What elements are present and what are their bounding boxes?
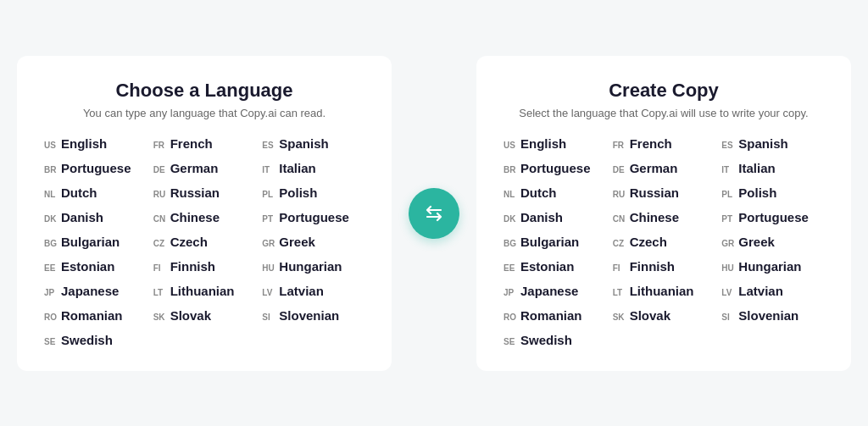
- left-lang-item[interactable]: ES Spanish: [262, 136, 364, 151]
- right-lang-item[interactable]: LV Latvian: [721, 284, 824, 298]
- left-lang-item[interactable]: DK Danish: [44, 210, 147, 224]
- lang-code: FR: [613, 141, 626, 150]
- left-lang-item[interactable]: HU Hungarian: [262, 259, 364, 274]
- lang-code: LV: [721, 288, 735, 297]
- left-lang-item[interactable]: BR Portuguese: [44, 161, 147, 175]
- right-lang-item[interactable]: JP Japanese: [504, 284, 606, 298]
- lang-code: DK: [504, 214, 517, 224]
- right-lang-item[interactable]: PL Polish: [721, 185, 824, 200]
- lang-code: BG: [44, 239, 58, 248]
- lang-code: GR: [721, 239, 735, 248]
- lang-name: Russian: [170, 185, 220, 200]
- left-lang-item[interactable]: RO Romanian: [44, 308, 147, 323]
- right-lang-item[interactable]: FI Finnish: [613, 259, 715, 274]
- right-lang-item[interactable]: SI Slovenian: [721, 308, 824, 323]
- right-lang-item[interactable]: GR Greek: [721, 235, 824, 249]
- right-lang-item[interactable]: US English: [504, 136, 606, 151]
- left-panel-subtitle: You can type any language that Copy.ai c…: [44, 107, 364, 119]
- left-panel: Choose a Language You can type any langu…: [17, 56, 392, 371]
- lang-name: Danish: [520, 210, 563, 224]
- lang-code: RU: [153, 190, 167, 199]
- left-lang-item[interactable]: SK Slovak: [153, 308, 256, 323]
- left-lang-item[interactable]: SI Slovenian: [262, 308, 364, 323]
- right-lang-item[interactable]: BG Bulgarian: [504, 235, 606, 249]
- lang-name: Slovak: [170, 308, 211, 323]
- lang-code: BR: [44, 165, 58, 174]
- right-lang-item[interactable]: PT Portuguese: [721, 210, 824, 224]
- lang-code: RO: [44, 313, 58, 322]
- lang-name: Dutch: [520, 185, 557, 200]
- lang-name: Polish: [279, 185, 317, 200]
- lang-name: Finnish: [170, 259, 215, 274]
- left-lang-item[interactable]: PL Polish: [262, 185, 364, 200]
- lang-name: Portuguese: [738, 210, 809, 224]
- lang-name: Russian: [630, 185, 679, 200]
- right-lang-item[interactable]: SK Slovak: [613, 308, 715, 323]
- left-lang-item[interactable]: NL Dutch: [44, 185, 147, 200]
- right-lang-item[interactable]: DE German: [613, 161, 715, 175]
- left-lang-item[interactable]: FR French: [153, 136, 256, 151]
- lang-name: Portuguese: [279, 210, 349, 224]
- left-lang-item[interactable]: IT Italian: [262, 161, 364, 175]
- left-lang-item[interactable]: CZ Czech: [153, 235, 256, 249]
- right-lang-item[interactable]: NL Dutch: [504, 185, 606, 200]
- left-lang-item[interactable]: US English: [44, 136, 147, 151]
- left-lang-item[interactable]: LT Lithuanian: [153, 284, 256, 298]
- lang-name: Portuguese: [520, 161, 591, 175]
- lang-code: BG: [504, 239, 517, 248]
- right-lang-item[interactable]: EE Estonian: [504, 259, 606, 274]
- lang-code: SK: [153, 313, 167, 322]
- lang-code: FI: [153, 263, 167, 273]
- lang-code: NL: [44, 190, 58, 199]
- swap-button[interactable]: [409, 188, 459, 239]
- lang-code: US: [44, 141, 58, 150]
- left-lang-item[interactable]: SE Swedish: [44, 333, 147, 347]
- left-lang-item[interactable]: BG Bulgarian: [44, 235, 147, 249]
- lang-name: Chinese: [170, 210, 220, 224]
- lang-name: Slovak: [630, 308, 670, 323]
- right-lang-item[interactable]: FR French: [613, 136, 715, 151]
- right-lang-item[interactable]: CZ Czech: [613, 235, 715, 249]
- left-lang-item[interactable]: EE Estonian: [44, 259, 147, 274]
- left-language-grid: US English FR French ES Spanish BR Portu…: [44, 136, 364, 347]
- right-lang-item[interactable]: DK Danish: [504, 210, 606, 224]
- lang-code: RO: [504, 313, 517, 322]
- swap-icon: [422, 202, 446, 225]
- lang-code: PT: [721, 214, 735, 224]
- lang-name: Spanish: [738, 136, 787, 151]
- right-lang-item[interactable]: HU Hungarian: [721, 259, 824, 274]
- right-lang-item[interactable]: ES Spanish: [721, 136, 824, 151]
- right-lang-item[interactable]: LT Lithuanian: [613, 284, 715, 298]
- lang-code: SK: [613, 313, 626, 322]
- right-panel-title: Create Copy: [504, 80, 824, 102]
- right-lang-item[interactable]: RU Russian: [613, 185, 715, 200]
- lang-name: Romanian: [520, 308, 582, 323]
- swap-button-container: [392, 188, 476, 239]
- lang-name: French: [630, 136, 672, 151]
- lang-code: DE: [613, 165, 626, 174]
- right-panel: Create Copy Select the language that Cop…: [476, 56, 851, 371]
- left-lang-item[interactable]: GR Greek: [262, 235, 364, 249]
- lang-name: Japanese: [520, 284, 578, 298]
- right-lang-item[interactable]: CN Chinese: [613, 210, 715, 224]
- lang-name: Hungarian: [738, 259, 801, 274]
- left-lang-item[interactable]: CN Chinese: [153, 210, 256, 224]
- lang-code: SE: [504, 337, 517, 346]
- lang-name: Greek: [279, 235, 315, 249]
- lang-name: Finnish: [630, 259, 675, 274]
- left-lang-item[interactable]: JP Japanese: [44, 284, 147, 298]
- left-lang-item[interactable]: DE German: [153, 161, 256, 175]
- lang-name: Chinese: [630, 210, 679, 224]
- right-lang-item[interactable]: SE Swedish: [504, 333, 606, 347]
- left-lang-item[interactable]: FI Finnish: [153, 259, 256, 274]
- lang-code: LT: [613, 288, 626, 297]
- lang-code: BR: [504, 165, 517, 174]
- right-lang-item[interactable]: RO Romanian: [504, 308, 606, 323]
- lang-code: PL: [262, 190, 275, 199]
- right-lang-item[interactable]: IT Italian: [721, 161, 824, 175]
- left-lang-item[interactable]: RU Russian: [153, 185, 256, 200]
- left-lang-item[interactable]: LV Latvian: [262, 284, 364, 298]
- left-lang-item[interactable]: PT Portuguese: [262, 210, 364, 224]
- right-lang-item[interactable]: BR Portuguese: [504, 161, 606, 175]
- lang-name: Danish: [61, 210, 103, 224]
